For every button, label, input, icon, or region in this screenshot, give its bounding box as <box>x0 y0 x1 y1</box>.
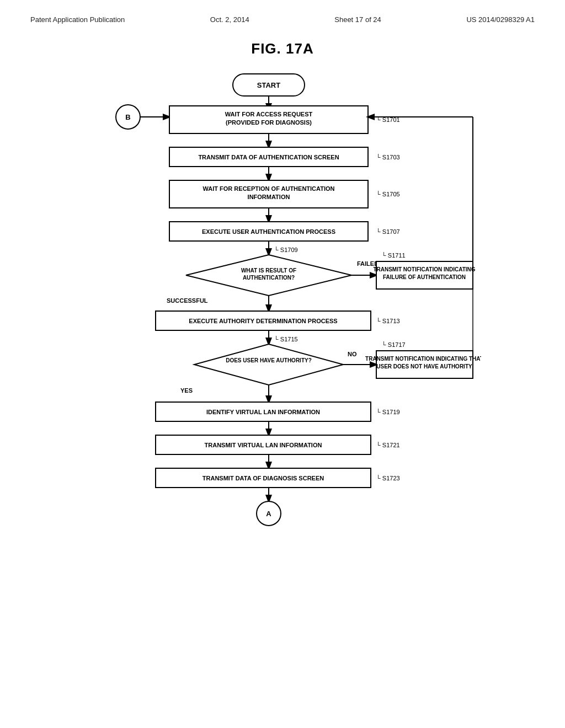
svg-text:YES: YES <box>180 387 193 394</box>
svg-text:FAILURE OF AUTHENTICATION: FAILURE OF AUTHENTICATION <box>383 274 466 280</box>
flowchart-svg: START B WAIT FOR ACCESS REQUEST (PROVIDE… <box>84 68 481 675</box>
svg-text:└ S1723: └ S1723 <box>376 474 400 481</box>
header-right: US 2014/0298329 A1 <box>466 15 535 24</box>
header-center: Oct. 2, 2014 <box>210 15 249 24</box>
svg-text:TRANSMIT DATA OF AUTHENTICATIO: TRANSMIT DATA OF AUTHENTICATION SCREEN <box>198 154 339 160</box>
svg-text:AUTHENTICATION?: AUTHENTICATION? <box>243 275 295 281</box>
svg-text:TRANSMIT DATA OF DIAGNOSIS SCR: TRANSMIT DATA OF DIAGNOSIS SCREEN <box>202 475 324 481</box>
svg-text:DOES USER HAVE AUTHORITY?: DOES USER HAVE AUTHORITY? <box>226 357 312 363</box>
svg-text:└ S1707: └ S1707 <box>376 228 400 235</box>
svg-text:IDENTIFY VIRTUAL LAN INFORMATI: IDENTIFY VIRTUAL LAN INFORMATION <box>206 409 320 415</box>
svg-text:└ S1713: └ S1713 <box>376 317 400 324</box>
svg-text:└ S1715: └ S1715 <box>274 335 298 342</box>
svg-text:SUCCESSFUL: SUCCESSFUL <box>167 297 208 304</box>
svg-text:TRANSMIT NOTIFICATION INDICATI: TRANSMIT NOTIFICATION INDICATING <box>373 266 475 272</box>
svg-text:NO: NO <box>348 351 357 357</box>
svg-text:└ S1719: └ S1719 <box>376 408 400 415</box>
svg-text:TRANSMIT NOTIFICATION INDICATI: TRANSMIT NOTIFICATION INDICATING THAT <box>365 356 481 362</box>
svg-text:└ S1711: └ S1711 <box>382 251 406 259</box>
svg-text:WAIT FOR ACCESS REQUEST: WAIT FOR ACCESS REQUEST <box>225 111 313 117</box>
svg-text:└ S1717: └ S1717 <box>382 341 406 348</box>
svg-text:└ S1709: └ S1709 <box>274 246 298 253</box>
svg-text:└ S1705: └ S1705 <box>376 190 400 197</box>
svg-marker-45 <box>194 344 343 385</box>
svg-text:WAIT FOR RECEPTION OF AUTHENTI: WAIT FOR RECEPTION OF AUTHENTICATION <box>203 185 335 192</box>
svg-text:EXECUTE AUTHORITY DETERMINATIO: EXECUTE AUTHORITY DETERMINATION PROCESS <box>189 318 337 324</box>
svg-text:START: START <box>257 81 280 89</box>
page-header: Patent Application Publication Oct. 2, 2… <box>0 0 565 24</box>
svg-text:TRANSMIT VIRTUAL LAN INFORMATI: TRANSMIT VIRTUAL LAN INFORMATION <box>205 442 322 448</box>
svg-text:USER DOES NOT HAVE AUTHORITY: USER DOES NOT HAVE AUTHORITY <box>376 363 472 370</box>
svg-text:B: B <box>125 113 130 121</box>
figure-title: FIG. 17A <box>0 40 565 57</box>
svg-text:└ S1703: └ S1703 <box>376 153 400 160</box>
svg-text:WHAT IS RESULT OF: WHAT IS RESULT OF <box>241 267 296 274</box>
svg-text:INFORMATION: INFORMATION <box>248 194 290 200</box>
svg-text:A: A <box>266 510 271 518</box>
header-sheet: Sheet 17 of 24 <box>334 15 381 24</box>
svg-text:└ S1721: └ S1721 <box>376 441 400 448</box>
svg-text:EXECUTE USER AUTHENTICATION PR: EXECUTE USER AUTHENTICATION PROCESS <box>202 228 335 235</box>
header-left: Patent Application Publication <box>30 15 125 24</box>
svg-text:(PROVIDED FOR DIAGNOSIS): (PROVIDED FOR DIAGNOSIS) <box>226 119 312 126</box>
